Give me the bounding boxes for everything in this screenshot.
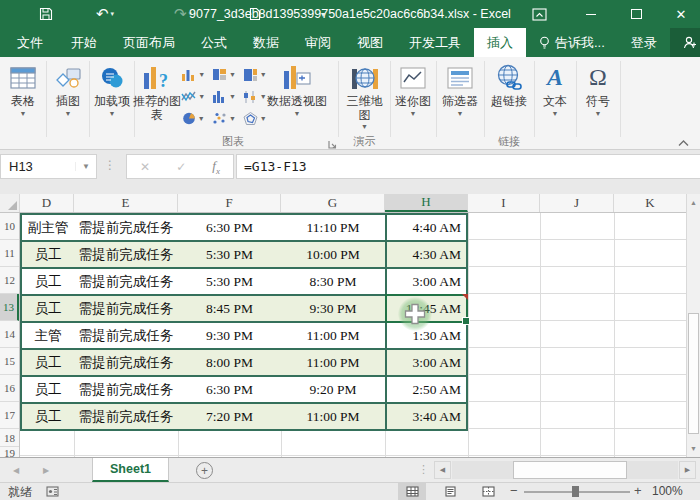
prev-sheet-button[interactable]: ◀ (6, 458, 26, 482)
vertical-scrollbar-thumb[interactable] (688, 313, 699, 434)
cell-e11[interactable]: 需提前完成任务 (74, 242, 178, 267)
tab-data[interactable]: 数据 (240, 28, 292, 57)
zoom-in-button[interactable]: + (634, 483, 642, 498)
pivot-chart-button[interactable]: 数据透视图 ▼ (266, 60, 328, 118)
select-all-corner[interactable] (0, 194, 20, 212)
horizontal-scrollbar-thumb[interactable] (513, 461, 627, 479)
cell-f13[interactable]: 8:45 PM (178, 296, 281, 321)
collapse-ribbon-button[interactable] (678, 133, 689, 151)
scroll-down-button[interactable]: ▼ (687, 440, 700, 457)
cell-g17[interactable]: 11:00 PM (281, 404, 385, 429)
cell-e16[interactable]: 需提前完成任务 (74, 377, 178, 402)
cell-h16[interactable]: 2:50 AM (385, 377, 466, 402)
sign-in-button[interactable]: 登录 (618, 28, 670, 57)
fill-handle[interactable] (462, 317, 470, 325)
cell-f10[interactable]: 6:30 PM (178, 215, 281, 240)
insert-bar-chart-button[interactable]: ▼ (209, 63, 240, 85)
column-header-g[interactable]: G (281, 194, 385, 212)
cell-g15[interactable]: 11:00 PM (281, 350, 385, 375)
tables-button[interactable]: 表格 ▼ (2, 60, 44, 118)
cell-h17[interactable]: 3:40 AM (385, 404, 466, 429)
normal-view-button[interactable] (398, 483, 426, 500)
next-sheet-button[interactable]: ▶ (36, 458, 56, 482)
column-header-h[interactable]: H (385, 194, 468, 212)
column-header-e[interactable]: E (74, 194, 178, 212)
cell-e14[interactable]: 需提前完成任务 (74, 323, 178, 348)
hscroll-right-button[interactable]: ▶ (679, 461, 696, 479)
close-button[interactable]: ✕ (666, 0, 696, 28)
macro-record-button[interactable] (46, 486, 59, 500)
row-header-12[interactable]: 12 (0, 267, 19, 294)
insert-function-button[interactable]: fx (212, 158, 220, 176)
insert-column-chart-button[interactable]: ▼ (178, 63, 209, 85)
tab-file[interactable]: 文件 (2, 28, 58, 57)
cell-d16[interactable]: 员工 (22, 377, 74, 402)
tab-review[interactable]: 审阅 (292, 28, 344, 57)
ribbon-display-options-button[interactable] (524, 0, 554, 28)
row-header-13[interactable]: 13 (0, 294, 19, 321)
cell-h12[interactable]: 3:00 AM (385, 269, 466, 294)
row-header-19[interactable]: 19 (0, 447, 19, 457)
column-header-i[interactable]: I (468, 194, 540, 212)
zoom-out-button[interactable]: − (510, 483, 518, 498)
row-header-16[interactable]: 16 (0, 375, 19, 402)
cell-d14[interactable]: 主管 (22, 323, 74, 348)
tab-bar-splitter[interactable]: ⋮ (418, 463, 429, 476)
hyperlink-button[interactable]: 超链接 (486, 60, 532, 109)
tab-page-layout[interactable]: 页面布局 (110, 28, 188, 57)
map-3d-button[interactable]: 三维地图 ▼ (341, 60, 388, 131)
column-header-f[interactable]: F (178, 194, 281, 212)
formula-input[interactable]: =G13-F13 (236, 154, 700, 179)
page-layout-view-button[interactable] (436, 483, 464, 500)
cell-d12[interactable]: 员工 (22, 269, 74, 294)
cell-h11[interactable]: 4:30 AM (385, 242, 466, 267)
new-sheet-button[interactable]: + (196, 462, 213, 479)
maximize-button[interactable] (621, 0, 651, 28)
row-header-10[interactable]: 10 (0, 213, 19, 240)
cell-g10[interactable]: 11:10 PM (281, 215, 385, 240)
cell-h15[interactable]: 3:00 AM (385, 350, 466, 375)
tab-developer[interactable]: 开发工具 (396, 28, 474, 57)
cell-h10[interactable]: 4:40 AM (385, 215, 466, 240)
illustrations-button[interactable]: 插图 ▼ (49, 60, 87, 118)
formula-bar-grip[interactable]: ⋮ (104, 158, 116, 172)
row-header-18[interactable]: 18 (0, 429, 19, 447)
tell-me-box[interactable]: 告诉我... (526, 28, 618, 57)
cell-d17[interactable]: 员工 (22, 404, 74, 429)
row-header-14[interactable]: 14 (0, 321, 19, 348)
share-button[interactable]: 共享 (670, 28, 700, 57)
row-header-17[interactable]: 17 (0, 402, 19, 429)
cell-f17[interactable]: 7:20 PM (178, 404, 281, 429)
cell-d10[interactable]: 副主管 (22, 215, 74, 240)
cell-f11[interactable]: 5:30 PM (178, 242, 281, 267)
cell-g14[interactable]: 11:00 PM (281, 323, 385, 348)
hscroll-left-button[interactable]: ◀ (434, 461, 451, 479)
row-header-11[interactable]: 11 (0, 240, 19, 267)
sheet-tab-sheet1[interactable]: Sheet1 (92, 458, 169, 482)
insert-pie-chart-button[interactable]: ▼ (178, 107, 209, 129)
column-header-k[interactable]: K (614, 194, 686, 212)
recommended-charts-button[interactable]: ? 推荐的图表 (133, 60, 181, 122)
vertical-scrollbar[interactable]: ▲ ▼ (686, 194, 700, 457)
text-button[interactable]: A 文本 ▼ (536, 60, 574, 118)
cell-f12[interactable]: 5:30 PM (178, 269, 281, 294)
confirm-entry-button[interactable]: ✓ (176, 160, 186, 174)
insert-line-chart-button[interactable]: ▼ (178, 85, 209, 107)
cell-e13[interactable]: 需提前完成任务 (74, 296, 178, 321)
cell-f15[interactable]: 8:00 PM (178, 350, 281, 375)
symbols-button[interactable]: Ω 符号 ▼ (578, 60, 618, 118)
cell-g11[interactable]: 10:00 PM (281, 242, 385, 267)
tab-view[interactable]: 视图 (344, 28, 396, 57)
cell-g13[interactable]: 9:30 PM (281, 296, 385, 321)
cell-g12[interactable]: 8:30 PM (281, 269, 385, 294)
zoom-level[interactable]: 100% (652, 484, 683, 498)
row-header-15[interactable]: 15 (0, 348, 19, 375)
tab-home[interactable]: 开始 (58, 28, 110, 57)
cell-e12[interactable]: 需提前完成任务 (74, 269, 178, 294)
insert-scatter-chart-button[interactable]: ▼ (209, 107, 240, 129)
cell-e17[interactable]: 需提前完成任务 (74, 404, 178, 429)
slicers-button[interactable]: 筛选器 ▼ (438, 60, 482, 118)
cell-g16[interactable]: 9:20 PM (281, 377, 385, 402)
insert-statistic-chart-button[interactable]: ▼ (209, 85, 240, 107)
tab-insert[interactable]: 插入 (474, 28, 526, 57)
